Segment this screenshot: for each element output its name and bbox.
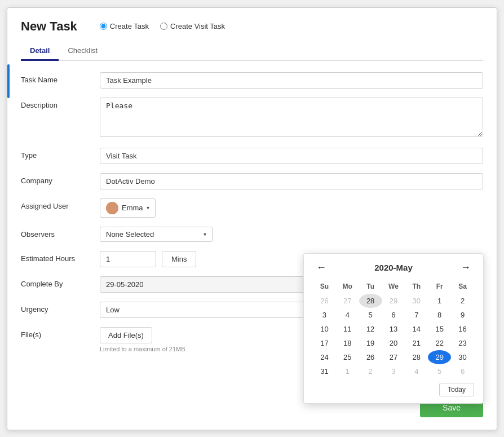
tabs: Detail Checklist: [21, 42, 483, 61]
calendar-day[interactable]: 31: [313, 364, 336, 378]
observers-dropdown[interactable]: None Selected ▾: [100, 227, 213, 242]
estimated-hours-input[interactable]: [100, 251, 156, 267]
calendar-header: ← 2020-May →: [313, 261, 474, 275]
mins-label: Mins: [162, 251, 196, 267]
new-task-modal: New Task Create Task Create Visit Task D…: [7, 7, 497, 430]
task-name-input[interactable]: [100, 72, 483, 89]
modal-header: New Task Create Task Create Visit Task: [21, 19, 483, 34]
complete-by-label: Complete By: [21, 276, 100, 288]
company-input[interactable]: [100, 173, 483, 189]
calendar-day[interactable]: 7: [405, 308, 428, 322]
calendar-day[interactable]: 29: [382, 294, 405, 308]
observers-control: None Selected ▾: [100, 227, 483, 242]
weekday-mo: Mo: [336, 280, 359, 294]
calendar-weekdays-row: Su Mo Tu We Th Fr Sa: [313, 280, 474, 294]
create-task-option[interactable]: Create Task: [100, 22, 149, 30]
assigned-user-label: Assigned User: [21, 198, 100, 210]
description-control: Please: [100, 98, 483, 139]
files-label: File(s): [21, 327, 100, 339]
calendar-day[interactable]: 23: [451, 336, 474, 350]
avatar: [106, 202, 118, 214]
calendar-day[interactable]: 4: [336, 308, 359, 322]
calendar-day[interactable]: 13: [382, 322, 405, 336]
calendar-day[interactable]: 14: [405, 322, 428, 336]
assigned-user-button[interactable]: Emma ▾: [100, 198, 156, 218]
type-control: [100, 148, 483, 164]
calendar-day[interactable]: 1: [428, 294, 451, 308]
calendar-day[interactable]: 16: [451, 322, 474, 336]
company-control: [100, 173, 483, 189]
add-file-button[interactable]: Add File(s): [100, 327, 152, 343]
calendar-week-6: 31 1 2 3 4 5 6: [313, 364, 474, 378]
assigned-user-dropdown-icon: ▾: [147, 205, 149, 211]
calendar-body: 26 27 28 29 30 1 2 3 4 5 6 7 8 9: [313, 294, 474, 378]
calendar-day[interactable]: 28: [405, 350, 428, 364]
tab-detail[interactable]: Detail: [21, 42, 59, 61]
calendar-day[interactable]: 6: [382, 308, 405, 322]
radio-group: Create Task Create Visit Task: [100, 22, 225, 30]
description-row: Description Please: [21, 98, 483, 139]
tab-checklist[interactable]: Checklist: [59, 42, 107, 61]
calendar-day[interactable]: 4: [405, 364, 428, 378]
calendar-day[interactable]: 12: [359, 322, 382, 336]
calendar-day-selected[interactable]: 29: [428, 350, 451, 364]
weekday-su: Su: [313, 280, 336, 294]
calendar-day[interactable]: 25: [336, 350, 359, 364]
calendar-day[interactable]: 30: [405, 294, 428, 308]
type-label: Type: [21, 148, 100, 160]
calendar-day[interactable]: 24: [313, 350, 336, 364]
task-name-row: Task Name: [21, 72, 483, 89]
create-visit-task-option[interactable]: Create Visit Task: [160, 22, 225, 30]
calendar-day[interactable]: 11: [336, 322, 359, 336]
calendar-grid: Su Mo Tu We Th Fr Sa 26 27 28 29 30 1: [313, 280, 474, 378]
calendar-day[interactable]: 2: [451, 294, 474, 308]
weekday-fr: Fr: [428, 280, 451, 294]
description-textarea[interactable]: Please: [100, 98, 483, 137]
create-task-radio[interactable]: [100, 23, 107, 30]
type-input[interactable]: [100, 148, 483, 164]
left-stripe: [7, 64, 10, 98]
today-button-row: Today: [313, 383, 474, 396]
assigned-user-row: Assigned User Emma ▾: [21, 198, 483, 218]
task-name-control: [100, 72, 483, 89]
company-label: Company: [21, 173, 100, 185]
calendar-day[interactable]: 26: [313, 294, 336, 308]
calendar-day[interactable]: 21: [405, 336, 428, 350]
calendar-day[interactable]: 20: [382, 336, 405, 350]
calendar-day[interactable]: 22: [428, 336, 451, 350]
calendar-week-3: 10 11 12 13 14 15 16: [313, 322, 474, 336]
calendar-day[interactable]: 3: [382, 364, 405, 378]
create-visit-task-label: Create Visit Task: [170, 22, 225, 30]
create-visit-task-radio[interactable]: [160, 23, 167, 30]
type-row: Type: [21, 148, 483, 164]
calendar-day[interactable]: 19: [359, 336, 382, 350]
calendar-day[interactable]: 9: [451, 308, 474, 322]
calendar-week-5: 24 25 26 27 28 29 30: [313, 350, 474, 364]
calendar-day[interactable]: 2: [359, 364, 382, 378]
calendar-day[interactable]: 5: [359, 308, 382, 322]
calendar-day[interactable]: 18: [336, 336, 359, 350]
calendar-day[interactable]: 8: [428, 308, 451, 322]
calendar-day[interactable]: 27: [382, 350, 405, 364]
calendar-day[interactable]: 15: [428, 322, 451, 336]
calendar-title: 2020-May: [374, 263, 413, 272]
today-button[interactable]: Today: [439, 383, 474, 396]
weekday-sa: Sa: [451, 280, 474, 294]
calendar-day[interactable]: 17: [313, 336, 336, 350]
calendar-day[interactable]: 1: [336, 364, 359, 378]
calendar-day[interactable]: 3: [313, 308, 336, 322]
calendar-day[interactable]: 28: [359, 294, 382, 308]
description-label: Description: [21, 98, 100, 109]
calendar-prev-button[interactable]: ←: [313, 261, 330, 275]
calendar-day[interactable]: 6: [451, 364, 474, 378]
assigned-user-control: Emma ▾: [100, 198, 483, 218]
calendar-week-4: 17 18 19 20 21 22 23: [313, 336, 474, 350]
calendar-day[interactable]: 27: [336, 294, 359, 308]
calendar-week-2: 3 4 5 6 7 8 9: [313, 308, 474, 322]
calendar-next-button[interactable]: →: [457, 261, 474, 275]
calendar-day[interactable]: 26: [359, 350, 382, 364]
calendar-day[interactable]: 5: [428, 364, 451, 378]
calendar-day[interactable]: 30: [451, 350, 474, 364]
assigned-user-name: Emma: [122, 204, 143, 212]
calendar-day[interactable]: 10: [313, 322, 336, 336]
